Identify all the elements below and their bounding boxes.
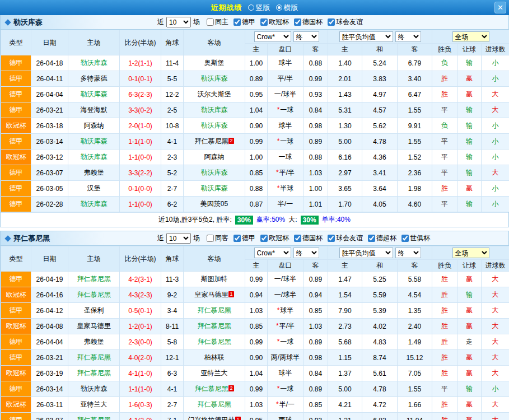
home-team: 勒沃库森: [68, 150, 120, 165]
filter-checkbox[interactable]: [401, 235, 409, 242]
filter-同主[interactable]: 同主: [207, 17, 228, 27]
result-winloss: 平: [432, 134, 457, 150]
euro-draw-odds: 5.61: [362, 366, 398, 381]
summary-bar: 近10场,胜3平5负2, 胜率:30%赢率:50%大:30%单率:40%: [1, 212, 508, 227]
euro-avg-select[interactable]: 胜平负均值: [339, 31, 393, 42]
filter-checkbox[interactable]: [328, 235, 335, 242]
result-winloss: 胜: [432, 303, 457, 319]
euro-draw-odds: 6.82: [362, 413, 398, 420]
filter-球会友谊[interactable]: 球会友谊: [328, 17, 363, 27]
filter-checkbox[interactable]: [260, 235, 268, 242]
filter-球会友谊[interactable]: 球会友谊: [328, 234, 363, 243]
filter-checkbox[interactable]: [260, 18, 268, 26]
euro-home-odds: 1.54: [328, 287, 362, 303]
euro-final-select[interactable]: 终: [395, 31, 421, 42]
asia-final-select[interactable]: 终: [293, 248, 319, 258]
asia-odds-header: Crow*终: [245, 246, 328, 260]
filter-欧冠杯[interactable]: 欧冠杯: [260, 234, 289, 243]
filter-世俱杯[interactable]: 世俱杯: [401, 234, 430, 243]
filter-checkbox[interactable]: [328, 18, 335, 26]
radio-unselected-icon[interactable]: [248, 4, 254, 11]
filter-德甲[interactable]: 德甲: [234, 17, 255, 27]
corner-count: 6-2: [161, 197, 184, 212]
team-name-text: 拜仁慕尼黑: [198, 322, 231, 330]
result-handicap: 赢: [457, 272, 482, 287]
result-goals: 小: [482, 197, 509, 212]
score-halftime: 3-3(0-2): [120, 102, 161, 118]
filter-checkbox[interactable]: [294, 18, 301, 26]
match-date: 26-04-16: [31, 287, 68, 303]
layout-vertical-option[interactable]: 竖版: [248, 3, 270, 13]
match-row: 欧冠杯26-03-11亚特兰大1-6(0-3)2-7拜仁慕尼黑1.03*半/一0…: [1, 397, 509, 413]
layout-horizontal-option[interactable]: 横版: [276, 3, 298, 13]
handicap-star-icon: *: [277, 338, 280, 346]
recent-count-select[interactable]: 10: [166, 233, 191, 244]
euro-avg-select[interactable]: 胜平负均值: [339, 248, 393, 258]
recent-count-select[interactable]: 10: [166, 17, 191, 27]
match-date: 26-04-08: [31, 319, 68, 334]
odds-company-select[interactable]: Crow*: [254, 248, 291, 258]
filter-德甲[interactable]: 德甲: [234, 234, 255, 243]
asia-home-odds: 0.95: [245, 413, 268, 420]
filter-欧冠杯[interactable]: 欧冠杯: [260, 17, 289, 27]
handicap-star-icon: *: [277, 106, 280, 114]
filter-checkbox[interactable]: [294, 235, 301, 242]
asia-home-odds: 0.85: [245, 165, 268, 181]
result-handicap: 走: [457, 334, 482, 350]
filter-德国杯[interactable]: 德国杯: [294, 234, 323, 243]
filter-checkbox[interactable]: [234, 235, 241, 242]
asia-handicap: 两球: [268, 413, 303, 420]
team-name-text: 弗赖堡: [84, 169, 104, 176]
summary-part: 单率:40%: [322, 215, 351, 225]
filter-checkbox[interactable]: [207, 18, 214, 26]
result-goals: 大: [482, 165, 509, 181]
corner-count: 2-7: [161, 181, 184, 197]
col-asia-home: 主: [245, 44, 268, 55]
col-score: 比分(半场): [120, 246, 161, 272]
asia-final-select[interactable]: 终: [293, 31, 319, 42]
filter-label: 球会友谊: [336, 234, 363, 243]
radio-selected-icon[interactable]: [276, 4, 282, 11]
filter-德国杯[interactable]: 德国杯: [294, 17, 323, 27]
team-name: 勒沃库森: [13, 17, 43, 27]
match-date: 26-03-12: [31, 150, 68, 165]
asia-handicap: 平/半: [268, 71, 303, 87]
red-card-badge: 2: [228, 138, 234, 144]
score-halftime: 4-1(1-0): [120, 366, 161, 381]
filter-checkbox[interactable]: [368, 235, 375, 242]
col-corner: 角球: [161, 30, 184, 55]
team-name-text: 奥斯堡: [204, 59, 225, 67]
home-team: 亚特兰大: [68, 397, 120, 413]
match-row: 欧冠杯26-03-18阿森纳2-0(1-0)10-8勒沃库森0.90球半0.98…: [1, 118, 509, 134]
asia-home-odds: 0.99: [245, 272, 268, 287]
topbar: 近期战绩 竖版 横版 ✕: [0, 0, 509, 15]
result-goals: 小: [482, 55, 509, 71]
result-winloss: 负: [432, 118, 457, 134]
result-winloss: 胜: [432, 413, 457, 420]
result-handicap: 赢: [457, 413, 482, 420]
col-handicap: 盘口: [268, 44, 303, 55]
result-goals: 小: [482, 381, 509, 397]
handicap-star-icon: *: [276, 322, 279, 330]
euro-final-select[interactable]: 终: [395, 248, 421, 258]
filter-checkbox[interactable]: [207, 235, 214, 242]
odds-company-select[interactable]: Crow*: [254, 31, 291, 42]
full-match-select[interactable]: 全场: [452, 31, 489, 42]
team-name-text: 拜仁慕尼黑: [77, 275, 111, 283]
away-team: 斯图加特: [184, 272, 245, 287]
close-button[interactable]: ✕: [494, 2, 506, 13]
match-row: 德甲26-03-05汉堡0-1(0-0)2-7勒沃库森0.88*半球1.003.…: [1, 181, 509, 197]
filter-德超杯[interactable]: 德超杯: [368, 234, 396, 243]
away-team: 拜仁慕尼黑2: [184, 381, 245, 397]
filter-checkbox[interactable]: [234, 18, 241, 26]
match-rows: 德甲26-04-19拜仁慕尼黑4-2(3-1)11-3斯图加特0.99一/球半0…: [1, 272, 509, 420]
full-match-select[interactable]: 全场: [452, 248, 489, 258]
result-handicap: 赢: [457, 181, 482, 197]
asia-handicap: 半/一: [268, 197, 303, 212]
asia-home-odds: 1.00: [245, 55, 268, 71]
asia-away-odds: 0.85: [303, 397, 328, 413]
team-name-text: 勒沃库森: [201, 169, 228, 176]
asia-handicap: *一球: [268, 381, 303, 397]
filter-同客[interactable]: 同客: [207, 234, 228, 243]
score-halftime: 1-2(1-1): [120, 55, 161, 71]
